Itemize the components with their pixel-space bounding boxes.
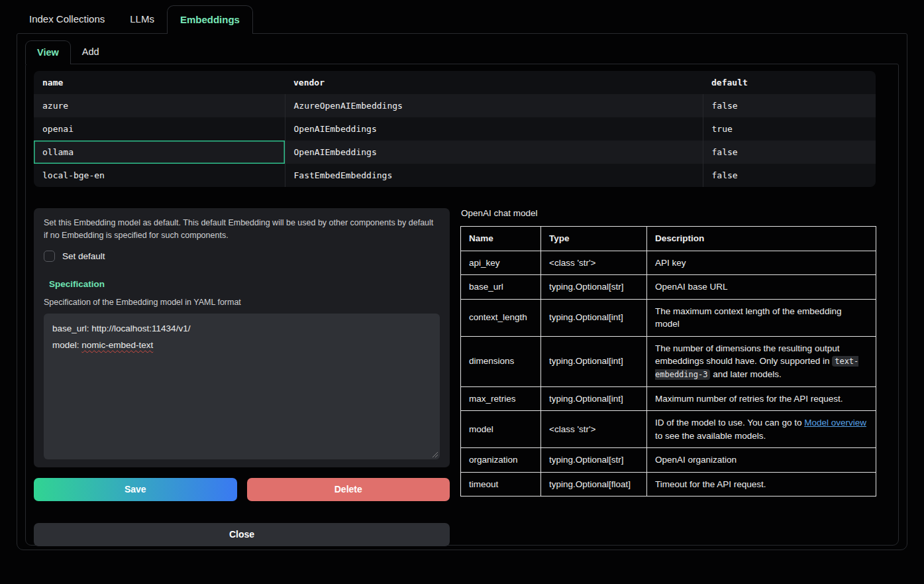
column-header-vendor: vendor bbox=[285, 71, 703, 94]
embedding-detail-column: Set this Embedding model as default. Thi… bbox=[34, 208, 450, 546]
schema-row: model<class 'str'>ID of the model to use… bbox=[461, 411, 876, 448]
table-row[interactable]: ollamaOpenAIEmbeddingsfalse bbox=[34, 141, 876, 164]
schema-title: OpenAI chat model bbox=[460, 208, 876, 218]
schema-column-description: Description bbox=[647, 227, 876, 251]
description-text: OpenAI base URL bbox=[655, 282, 728, 292]
schema-row: max_retriestyping.Optional[int]Maximum n… bbox=[461, 386, 876, 411]
description-text: and later models. bbox=[710, 369, 781, 379]
tab-index-collections[interactable]: Index Collections bbox=[17, 5, 117, 33]
schema-row: organizationtyping.Optional[str]OpenAI o… bbox=[461, 448, 876, 473]
embeddings-table-header-row: name vendor default bbox=[34, 71, 876, 94]
cell-vendor: OpenAIEmbeddings bbox=[285, 117, 703, 141]
subtab-view[interactable]: View bbox=[25, 40, 71, 64]
embeddings-tab-panel: ViewAdd name vendor default azureAzureOp… bbox=[17, 33, 907, 550]
cell-default: false bbox=[703, 164, 876, 187]
schema-cell-name: model bbox=[461, 411, 541, 448]
column-header-default: default bbox=[703, 71, 876, 94]
save-button[interactable]: Save bbox=[34, 478, 237, 501]
description-text: API key bbox=[655, 258, 686, 268]
schema-cell-description: ID of the model to use. You can go to Mo… bbox=[647, 411, 876, 448]
schema-column-type: Type bbox=[541, 227, 647, 251]
cell-default: false bbox=[703, 141, 876, 164]
cell-name: azure bbox=[34, 94, 285, 117]
table-row[interactable]: openaiOpenAIEmbeddingstrue bbox=[34, 117, 876, 141]
resize-handle-icon[interactable] bbox=[431, 451, 438, 457]
cell-vendor: AzureOpenAIEmbeddings bbox=[285, 94, 703, 117]
schema-cell-type: typing.Optional[int] bbox=[541, 299, 647, 336]
cell-name: local-bge-en bbox=[34, 164, 285, 187]
schema-cell-type: typing.Optional[int] bbox=[541, 336, 647, 386]
spec-text: nomic-embed-text bbox=[81, 340, 153, 350]
schema-row: context_lengthtyping.Optional[int]The ma… bbox=[461, 299, 876, 336]
specification-heading: Specification bbox=[49, 279, 440, 289]
spec-text: base_url: http://localhost:11434/v1/ bbox=[52, 323, 190, 333]
schema-cell-name: dimensions bbox=[461, 336, 541, 386]
subtab-add[interactable]: Add bbox=[71, 40, 111, 64]
schema-table: Name Type Description api_key<class 'str… bbox=[460, 226, 876, 496]
model-schema-column: OpenAI chat model Name Type Description … bbox=[460, 208, 876, 546]
detail-area: Set this Embedding model as default. Thi… bbox=[34, 208, 890, 546]
sub-tab-bar: ViewAdd bbox=[25, 40, 899, 64]
delete-button[interactable]: Delete bbox=[247, 478, 450, 501]
schema-cell-description: Timeout for the API request. bbox=[647, 472, 876, 496]
cell-name: openai bbox=[34, 117, 285, 141]
spec-editor-line: base_url: http://localhost:11434/v1/ bbox=[52, 321, 431, 337]
schema-cell-type: <class 'str'> bbox=[541, 411, 647, 448]
schema-cell-type: typing.Optional[str] bbox=[541, 448, 647, 473]
set-default-row: Set default bbox=[44, 251, 440, 262]
set-default-checkbox[interactable] bbox=[44, 251, 55, 262]
schema-cell-description: API key bbox=[647, 251, 876, 275]
schema-cell-type: typing.Optional[int] bbox=[541, 386, 647, 411]
spec-text: model: bbox=[52, 340, 81, 350]
schema-cell-type: typing.Optional[float] bbox=[541, 472, 647, 496]
schema-row: timeouttyping.Optional[float]Timeout for… bbox=[461, 472, 876, 496]
schema-cell-name: context_length bbox=[461, 299, 541, 336]
table-row[interactable]: local-bge-enFastEmbedEmbeddingsfalse bbox=[34, 164, 876, 187]
description-text: Timeout for the API request. bbox=[655, 479, 766, 489]
top-tab-bar: Index CollectionsLLMsEmbeddings bbox=[17, 5, 907, 33]
schema-header-row: Name Type Description bbox=[461, 227, 876, 251]
view-tab-panel: name vendor default azureAzureOpenAIEmbe… bbox=[25, 64, 899, 546]
cell-vendor: FastEmbedEmbeddings bbox=[285, 164, 703, 187]
table-row[interactable]: azureAzureOpenAIEmbeddingsfalse bbox=[34, 94, 876, 117]
tab-embeddings[interactable]: Embeddings bbox=[167, 5, 253, 34]
schema-cell-description: The maximum context length of the embedd… bbox=[647, 299, 876, 336]
schema-row: dimensionstyping.Optional[int]The number… bbox=[461, 336, 876, 386]
schema-cell-name: timeout bbox=[461, 472, 541, 496]
schema-cell-description: The number of dimensions the resulting o… bbox=[647, 336, 876, 386]
tab-llms[interactable]: LLMs bbox=[117, 5, 167, 33]
cell-default: true bbox=[703, 117, 876, 141]
description-text: OpenAI organization bbox=[655, 455, 737, 465]
description-text: The number of dimensions the resulting o… bbox=[655, 343, 839, 367]
schema-cell-name: api_key bbox=[461, 251, 541, 275]
model-overview-link[interactable]: Model overview bbox=[804, 418, 866, 428]
schema-cell-name: max_retries bbox=[461, 386, 541, 411]
description-text: The maximum context length of the embedd… bbox=[655, 306, 841, 329]
schema-column-name: Name bbox=[461, 227, 541, 251]
action-button-row: Save Delete bbox=[34, 478, 450, 501]
schema-row: api_key<class 'str'>API key bbox=[461, 251, 876, 275]
cell-vendor: OpenAIEmbeddings bbox=[285, 141, 703, 164]
cell-name: ollama bbox=[34, 141, 285, 164]
schema-cell-name: organization bbox=[461, 448, 541, 473]
schema-cell-type: typing.Optional[str] bbox=[541, 275, 647, 300]
description-text: Maximum number of retries for the API re… bbox=[655, 394, 843, 404]
embeddings-table: name vendor default azureAzureOpenAIEmbe… bbox=[34, 71, 876, 187]
embedding-detail-card: Set this Embedding model as default. Thi… bbox=[34, 208, 450, 467]
schema-row: base_urltyping.Optional[str]OpenAI base … bbox=[461, 275, 876, 300]
spec-yaml-editor[interactable]: base_url: http://localhost:11434/v1/mode… bbox=[44, 314, 440, 459]
description-text: ID of the model to use. You can go to bbox=[655, 418, 804, 428]
cell-default: false bbox=[703, 94, 876, 117]
schema-cell-name: base_url bbox=[461, 275, 541, 300]
schema-cell-description: Maximum number of retries for the API re… bbox=[647, 386, 876, 411]
schema-cell-type: <class 'str'> bbox=[541, 251, 647, 275]
set-default-help-text: Set this Embedding model as default. Thi… bbox=[44, 217, 440, 243]
schema-cell-description: OpenAI base URL bbox=[647, 275, 876, 300]
specification-help-text: Specification of the Embedding model in … bbox=[44, 298, 440, 307]
set-default-label: Set default bbox=[62, 251, 105, 261]
column-header-name: name bbox=[34, 71, 285, 94]
schema-cell-description: OpenAI organization bbox=[647, 448, 876, 473]
spec-editor-line: model: nomic-embed-text bbox=[52, 337, 431, 354]
description-text: to see the available models. bbox=[655, 431, 766, 441]
close-button[interactable]: Close bbox=[34, 523, 450, 546]
